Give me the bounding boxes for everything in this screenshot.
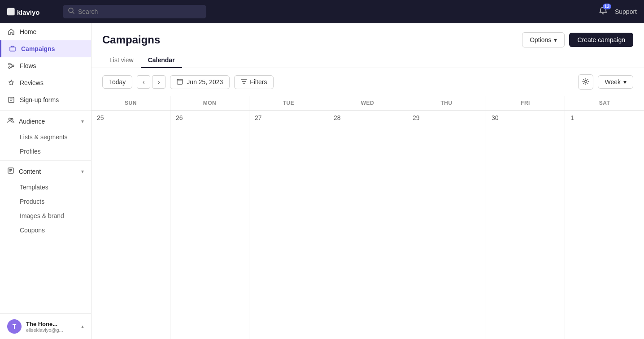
search-icon [68,8,74,16]
user-account[interactable]: T The Hone... eliseklaviyo@g... ▴ [0,313,91,339]
sidebar-item-flows[interactable]: Flows [0,57,91,74]
sidebar-item-reviews[interactable]: Reviews [0,74,91,91]
sidebar: Home Campaigns Flows Reviews Sign-up for… [0,23,91,339]
user-email: eliseklaviyo@g... [26,327,77,333]
prev-arrow-button[interactable]: ‹ [137,75,150,89]
create-campaign-button[interactable]: Create campaign [569,33,633,47]
cal-cell-sat[interactable]: 1 [565,110,644,339]
sidebar-item-products-label: Products [20,198,44,205]
home-icon [7,28,15,36]
sidebar-divider-2 [0,160,91,161]
cal-cell-tue[interactable]: 27 [249,110,328,339]
chevron-down-icon-content: ▾ [81,168,84,175]
user-info: The Hone... eliseklaviyo@g... [26,321,77,333]
cal-header-thu: THU [407,96,486,110]
sidebar-item-campaigns-label: Campaigns [21,45,55,52]
cal-day-28: 28 [334,114,401,121]
sidebar-section-content-label: Content [19,168,41,175]
cal-day-27: 27 [255,114,322,121]
sidebar-section-content[interactable]: Content ▾ [0,163,91,180]
cal-cell-wed[interactable]: 28 [328,110,407,339]
filters-button[interactable]: Filters [234,75,274,89]
page-title: Campaigns [102,34,160,46]
week-selector[interactable]: Week ▾ [598,75,633,89]
week-label: Week [605,78,621,86]
tab-list-view[interactable]: List view [102,53,141,68]
calendar-icon [177,78,183,86]
calendar-header-row: SUN MON TUE WED THU FRI SAT [91,96,644,110]
cal-day-26: 26 [176,114,244,121]
date-text: Jun 25, 2023 [187,78,223,86]
flows-icon [7,62,15,70]
svg-point-7 [9,67,10,69]
calendar-toolbar: Today ‹ › Jun 25, 2023 [91,68,644,96]
calendar-grid: SUN MON TUE WED THU FRI SAT 25 26 27 [91,96,644,339]
date-display[interactable]: Jun 25, 2023 [170,75,230,89]
sidebar-item-forms-label: Sign-up forms [20,96,59,103]
options-button[interactable]: Options ▾ [522,32,565,47]
svg-rect-8 [9,97,14,103]
sidebar-item-flows-label: Flows [20,62,36,69]
chevron-down-icon-options: ▾ [554,36,557,43]
chevron-up-icon: ▴ [81,323,84,330]
svg-rect-0 [7,8,15,16]
support-link[interactable]: Support [615,8,637,15]
filters-label: Filters [250,78,267,86]
sidebar-item-coupons[interactable]: Coupons [0,223,91,237]
chevron-right-icon: › [158,78,160,86]
cal-header-tue: TUE [249,96,328,110]
content-icon [7,167,14,176]
chevron-down-icon: ▾ [81,118,84,124]
sidebar-section-audience[interactable]: Audience ▾ [0,112,91,130]
cal-cell-sun[interactable]: 25 [91,110,170,339]
forms-icon [7,96,15,104]
svg-rect-4 [10,47,15,51]
sidebar-item-images-brand[interactable]: Images & brand [0,209,91,223]
chevron-left-icon: ‹ [143,78,145,86]
svg-point-11 [9,118,11,120]
svg-point-5 [9,63,10,65]
sidebar-item-campaigns[interactable]: Campaigns [0,40,91,57]
calendar-body-row: 25 26 27 28 29 30 1 [91,110,644,339]
cal-cell-fri[interactable]: 30 [486,110,565,339]
options-label: Options [530,36,551,43]
sidebar-section-audience-label: Audience [19,118,45,125]
tab-calendar[interactable]: Calendar [141,53,182,68]
page-header: Campaigns Options ▾ Create campaign [91,23,644,47]
cal-day-25: 25 [97,114,165,121]
search-bar[interactable] [63,5,206,18]
notification-bell[interactable]: 13 [599,6,608,17]
sidebar-item-coupons-label: Coupons [20,227,45,234]
sidebar-divider-1 [0,110,91,111]
nav-right: 13 Support [599,6,637,17]
cal-day-30: 30 [492,114,559,121]
cal-header-fri: FRI [486,96,565,110]
user-name: The Hone... [26,321,77,327]
logo[interactable]: klaviyo [7,5,52,18]
sidebar-item-home[interactable]: Home [0,23,91,40]
svg-point-21 [585,80,587,82]
sidebar-item-profiles[interactable]: Profiles [0,144,91,159]
next-arrow-button[interactable]: › [152,75,165,89]
sidebar-item-forms[interactable]: Sign-up forms [0,91,91,108]
sidebar-item-templates-label: Templates [20,184,48,191]
svg-text:klaviyo: klaviyo [17,9,40,16]
sidebar-item-images-brand-label: Images & brand [20,212,64,219]
settings-button[interactable] [578,74,593,90]
cal-cell-thu[interactable]: 29 [407,110,486,339]
nav-arrows: ‹ › [137,75,165,89]
sidebar-item-products[interactable]: Products [0,194,91,209]
search-input[interactable] [78,8,201,15]
svg-rect-17 [177,79,183,84]
audience-icon [7,117,14,125]
svg-line-3 [73,12,74,14]
cal-header-sun: SUN [91,96,170,110]
chevron-down-icon-week: ▾ [623,78,627,86]
sidebar-item-templates[interactable]: Templates [0,180,91,194]
cal-cell-mon[interactable]: 26 [170,110,249,339]
today-button[interactable]: Today [102,75,132,89]
avatar: T [7,319,22,334]
tabs-bar: List view Calendar [91,47,644,68]
sidebar-item-lists-segments[interactable]: Lists & segments [0,130,91,144]
svg-point-12 [11,118,13,120]
